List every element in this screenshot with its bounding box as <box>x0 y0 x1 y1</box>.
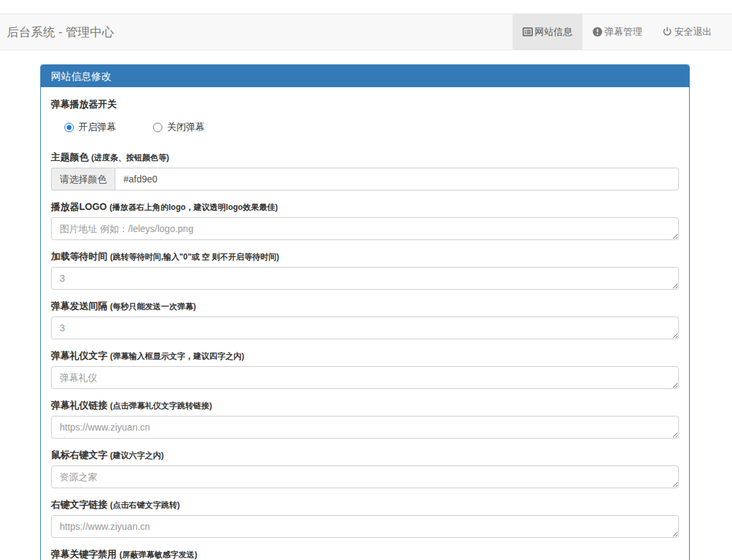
field-label-hint: (每秒只能发送一次弹幕) <box>110 302 196 311</box>
field-label-player-logo: 播放器LOGO(播放器右上角的logo，建议透明logo效果最佳) <box>51 200 679 214</box>
field-label-hint: (跳转等待时间,输入"0"或 空 则不开启等待时间) <box>110 252 279 262</box>
field-input-etiquette-text[interactable] <box>51 366 679 389</box>
field-label-load-wait-time: 加载等待时间(跳转等待时间,输入"0"或 空 则不开启等待时间) <box>51 249 679 264</box>
navbar-menu: 网站信息弹幕管理安全退出 <box>513 14 722 50</box>
form-group-theme-color: 主题颜色(进度条、按钮颜色等)请选择颜色 <box>51 150 679 190</box>
field-label-hint: (点击弹幕礼仪文字跳转链接) <box>110 401 212 410</box>
field-label-text: 播放器LOGO <box>51 201 107 212</box>
field-label-hint: (弹幕输入框显示文字，建议四字之内) <box>110 351 244 361</box>
field-input-theme-color[interactable] <box>115 168 679 190</box>
radio-option-enable-danmaku[interactable]: 开启弹幕 <box>64 121 116 133</box>
form-group-danmaku-switch: 弹幕播放器开关 开启弹幕关闭弹幕 <box>51 97 679 134</box>
field-label-text: 主题颜色 <box>51 152 89 162</box>
nav-item-label: 安全退出 <box>674 26 712 38</box>
field-input-player-logo[interactable] <box>51 217 679 240</box>
field-label-text: 弹幕关键字禁用 <box>51 549 117 559</box>
radio-option-label: 开启弹幕 <box>79 121 116 133</box>
nav-item-site-info[interactable]: 网站信息 <box>513 14 582 50</box>
power-icon <box>662 27 672 37</box>
field-label-text: 弹幕发送间隔 <box>51 300 107 311</box>
form-group-player-logo: 播放器LOGO(播放器右上角的logo，建议透明logo效果最佳) <box>51 200 679 240</box>
nav-item-logout[interactable]: 安全退出 <box>652 14 722 50</box>
top-spacer <box>0 0 732 13</box>
list-alt-icon <box>523 27 533 37</box>
radio-icon-disable-danmaku <box>153 123 162 132</box>
field-input-right-click-text[interactable] <box>51 465 679 488</box>
field-label-keyword-ban: 弹幕关键字禁用(屏蔽弹幕敏感字发送) <box>51 547 679 560</box>
panel-title: 网站信息修改 <box>41 65 689 87</box>
form-group-keyword-ban: 弹幕关键字禁用(屏蔽弹幕敏感字发送) <box>51 547 679 560</box>
field-input-right-click-link[interactable] <box>51 515 679 538</box>
field-label-theme-color: 主题颜色(进度条、按钮颜色等) <box>51 150 679 164</box>
nav-item-label: 网站信息 <box>535 26 572 38</box>
field-label-danmaku-interval: 弹幕发送间隔(每秒只能发送一次弹幕) <box>51 299 679 313</box>
danmaku-switch-label: 弹幕播放器开关 <box>51 97 679 111</box>
radio-icon-enable-danmaku <box>64 123 74 132</box>
field-label-etiquette-link: 弹幕礼仪链接(点击弹幕礼仪文字跳转链接) <box>51 398 679 412</box>
form-group-right-click-text: 鼠标右键文字(建议六字之内) <box>51 448 679 488</box>
nav-item-label: 弹幕管理 <box>605 26 642 38</box>
field-input-danmaku-interval[interactable] <box>51 317 679 339</box>
form-group-danmaku-interval: 弹幕发送间隔(每秒只能发送一次弹幕) <box>51 299 679 339</box>
form-fields: 主题颜色(进度条、按钮颜色等)请选择颜色播放器LOGO(播放器右上角的logo，… <box>51 150 679 560</box>
form-group-right-click-link: 右键文字链接(点击右键文字跳转) <box>51 498 679 538</box>
field-label-right-click-text: 鼠标右键文字(建议六字之内) <box>51 448 679 462</box>
field-label-hint: (播放器右上角的logo，建议透明logo效果最佳) <box>109 203 278 212</box>
navbar: 后台系统 - 管理中心 网站信息弹幕管理安全退出 <box>0 13 732 50</box>
form-group-etiquette-link: 弹幕礼仪链接(点击弹幕礼仪文字跳转链接) <box>51 398 679 439</box>
field-label-text: 加载等待时间 <box>51 251 107 262</box>
field-label-hint: (屏蔽弹幕敏感字发送) <box>119 550 197 559</box>
danmaku-switch-options: 开启弹幕关闭弹幕 <box>64 121 679 134</box>
radio-option-label: 关闭弹幕 <box>167 121 205 133</box>
radio-option-disable-danmaku[interactable]: 关闭弹幕 <box>153 121 205 133</box>
field-label-text: 鼠标右键文字 <box>51 449 107 460</box>
nav-item-danmaku-manage[interactable]: 弹幕管理 <box>582 14 652 50</box>
field-input-etiquette-link[interactable] <box>51 416 679 439</box>
color-input-group: 请选择颜色 <box>51 168 679 190</box>
app-title: 后台系统 - 管理中心 <box>7 14 114 50</box>
field-label-text: 弹幕礼仪文字 <box>51 350 107 361</box>
form-group-load-wait-time: 加载等待时间(跳转等待时间,输入"0"或 空 则不开启等待时间) <box>51 249 679 290</box>
panel-body: 弹幕播放器开关 开启弹幕关闭弹幕 主题颜色(进度条、按钮颜色等)请选择颜色播放器… <box>41 87 689 560</box>
field-label-hint: (建议六字之内) <box>110 451 164 460</box>
field-label-text: 弹幕礼仪链接 <box>51 400 107 410</box>
exclamation-sign-icon <box>592 27 603 37</box>
color-picker-addon[interactable]: 请选择颜色 <box>51 168 115 190</box>
form-group-etiquette-text: 弹幕礼仪文字(弹幕输入框显示文字，建议四字之内) <box>51 349 679 389</box>
site-info-panel: 网站信息修改 弹幕播放器开关 开启弹幕关闭弹幕 主题颜色(进度条、按钮颜色等)请… <box>40 64 690 560</box>
field-label-hint: (点击右键文字跳转) <box>110 500 180 510</box>
field-label-text: 右键文字链接 <box>51 499 107 510</box>
page-content: 网站信息修改 弹幕播放器开关 开启弹幕关闭弹幕 主题颜色(进度条、按钮颜色等)请… <box>0 50 732 560</box>
field-label-hint: (进度条、按钮颜色等) <box>91 153 169 162</box>
field-input-load-wait-time[interactable] <box>51 267 679 290</box>
field-label-right-click-link: 右键文字链接(点击右键文字跳转) <box>51 498 679 512</box>
field-label-etiquette-text: 弹幕礼仪文字(弹幕输入框显示文字，建议四字之内) <box>51 349 679 363</box>
